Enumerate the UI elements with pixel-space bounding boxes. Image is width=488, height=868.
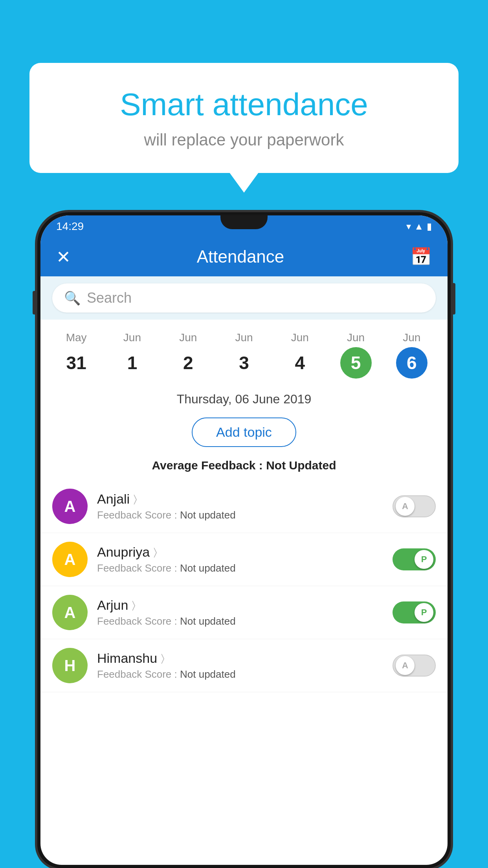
cal-month-label: Jun	[347, 331, 365, 344]
student-item[interactable]: AArjun 〉Feedback Score : Not updatedP	[40, 586, 448, 639]
volume-button	[33, 291, 37, 314]
feedback-score: Feedback Score : Not updated	[97, 562, 383, 574]
student-avatar: A	[52, 595, 88, 630]
attendance-toggle[interactable]: P	[393, 548, 436, 570]
calendar-day-6[interactable]: Jun6	[392, 327, 431, 383]
feedback-value: Not updated	[180, 509, 236, 521]
student-item[interactable]: HHimanshu 〉Feedback Score : Not updatedA	[40, 639, 448, 692]
cal-day-number: 5	[340, 347, 372, 379]
chevron-icon: 〉	[154, 546, 157, 558]
app-bar: ✕ Attendance 📅	[40, 237, 448, 276]
cal-day-number: 4	[284, 347, 316, 379]
student-info: Anupriya 〉Feedback Score : Not updated	[97, 544, 383, 574]
student-item[interactable]: AAnjali 〉Feedback Score : Not updatedA	[40, 480, 448, 533]
close-button[interactable]: ✕	[56, 247, 71, 267]
phone-frame: 14:29 ▾ ▲ ▮ ✕ Attendance 📅 🔍 Search May3…	[37, 212, 451, 868]
calendar-day-1[interactable]: Jun1	[112, 327, 152, 383]
toggle-knob: A	[396, 656, 415, 675]
app-title: Attendance	[197, 247, 284, 267]
calendar-button[interactable]: 📅	[410, 246, 432, 267]
search-bar-wrapper: 🔍 Search	[40, 276, 448, 320]
calendar-day-31[interactable]: May31	[57, 327, 96, 383]
toggle-knob: P	[415, 603, 433, 622]
chevron-icon: 〉	[134, 493, 137, 505]
toggle-switch[interactable]: A	[393, 655, 436, 677]
attendance-toggle[interactable]: A	[393, 495, 436, 517]
cal-month-label: May	[66, 331, 87, 344]
bubble-subtitle: will replace your paperwork	[61, 131, 427, 149]
student-item[interactable]: AAnupriya 〉Feedback Score : Not updatedP	[40, 533, 448, 586]
student-list: AAnjali 〉Feedback Score : Not updatedAAA…	[40, 480, 448, 692]
cal-month-label: Jun	[235, 331, 253, 344]
cal-day-number: 31	[61, 347, 92, 379]
student-name: Himanshu 〉	[97, 651, 383, 666]
add-topic-button[interactable]: Add topic	[192, 417, 296, 447]
feedback-score: Feedback Score : Not updated	[97, 668, 383, 680]
chevron-icon: 〉	[132, 599, 136, 611]
feedback-value: Not updated	[180, 668, 236, 680]
signal-icon: ▲	[414, 221, 424, 232]
status-time: 14:29	[56, 220, 84, 233]
search-bar[interactable]: 🔍 Search	[52, 283, 436, 313]
toggle-switch[interactable]: A	[393, 495, 436, 517]
avg-feedback-label: Average Feedback :	[152, 459, 266, 472]
wifi-icon: ▾	[406, 221, 411, 232]
calendar-day-3[interactable]: Jun3	[224, 327, 264, 383]
selected-date: Thursday, 06 June 2019	[40, 383, 448, 412]
search-input[interactable]: Search	[87, 290, 132, 306]
feedback-score: Feedback Score : Not updated	[97, 509, 383, 521]
calendar-day-5[interactable]: Jun5	[336, 327, 376, 383]
battery-icon: ▮	[427, 221, 432, 232]
bubble-title: Smart attendance	[61, 86, 427, 123]
average-feedback: Average Feedback : Not Updated	[40, 455, 448, 480]
power-button	[451, 283, 455, 314]
status-icons: ▾ ▲ ▮	[406, 221, 432, 232]
feedback-value: Not updated	[180, 562, 236, 574]
cal-day-number: 1	[116, 347, 148, 379]
toggle-knob: A	[396, 497, 415, 516]
student-name: Anupriya 〉	[97, 544, 383, 560]
cal-month-label: Jun	[179, 331, 197, 344]
cal-day-number: 3	[228, 347, 260, 379]
student-name: Anjali 〉	[97, 491, 383, 507]
feedback-value: Not updated	[180, 615, 236, 627]
toggle-switch[interactable]: P	[393, 601, 436, 623]
calendar-row: May31Jun1Jun2Jun3Jun4Jun5Jun6	[40, 320, 448, 383]
student-avatar: H	[52, 648, 88, 683]
student-info: Himanshu 〉Feedback Score : Not updated	[97, 651, 383, 680]
cal-month-label: Jun	[123, 331, 141, 344]
toggle-switch[interactable]: P	[393, 548, 436, 570]
feedback-score: Feedback Score : Not updated	[97, 615, 383, 627]
search-icon: 🔍	[64, 290, 81, 306]
chevron-icon: 〉	[161, 652, 165, 664]
student-info: Anjali 〉Feedback Score : Not updated	[97, 491, 383, 521]
student-avatar: A	[52, 489, 88, 524]
cal-month-label: Jun	[403, 331, 420, 344]
add-topic-wrapper: Add topic	[40, 412, 448, 455]
phone-notch	[220, 215, 268, 229]
cal-month-label: Jun	[291, 331, 309, 344]
student-name: Arjun 〉	[97, 598, 383, 613]
speech-bubble: Smart attendance will replace your paper…	[29, 63, 459, 173]
attendance-toggle[interactable]: P	[393, 601, 436, 623]
calendar-day-4[interactable]: Jun4	[280, 327, 319, 383]
toggle-knob: P	[415, 550, 433, 569]
calendar-day-2[interactable]: Jun2	[169, 327, 208, 383]
cal-day-number: 2	[172, 347, 204, 379]
cal-day-number: 6	[396, 347, 427, 379]
student-avatar: A	[52, 542, 88, 577]
student-info: Arjun 〉Feedback Score : Not updated	[97, 598, 383, 627]
attendance-toggle[interactable]: A	[393, 655, 436, 677]
avg-feedback-value: Not Updated	[266, 459, 336, 472]
